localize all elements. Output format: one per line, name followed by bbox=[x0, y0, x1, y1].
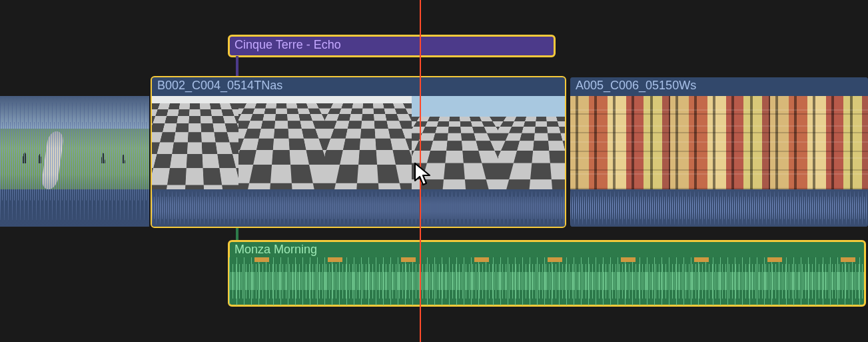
clip-connection-stem bbox=[236, 56, 238, 79]
video-clip-label: A005_C006_05150Ws bbox=[576, 79, 696, 93]
audio-waveform bbox=[229, 257, 865, 305]
video-clip-a005[interactable]: A005_C006_05150Ws bbox=[570, 77, 868, 227]
title-clip-cinque-terre-echo[interactable]: Cinque Terre - Echo bbox=[229, 36, 554, 56]
thumbnail bbox=[570, 96, 670, 189]
video-clip-leading[interactable] bbox=[0, 96, 149, 227]
video-clip-label: B002_C004_0514TNas bbox=[157, 79, 282, 93]
audio-waveform bbox=[570, 189, 868, 227]
audio-clip-label: Monza Morning bbox=[234, 243, 317, 257]
thumbnail bbox=[238, 96, 325, 189]
thumbnail bbox=[770, 96, 868, 189]
thumbnail bbox=[670, 96, 770, 189]
audio-waveform bbox=[0, 189, 149, 227]
thumbnail bbox=[152, 96, 238, 189]
clip-connection-stem bbox=[236, 225, 238, 243]
thumbnail bbox=[412, 96, 498, 189]
video-clip-b002[interactable]: B002_C004_0514TNas bbox=[152, 77, 565, 227]
thumbnail bbox=[325, 96, 412, 189]
audio-waveform bbox=[152, 189, 565, 227]
thumbnail bbox=[498, 96, 565, 189]
clip-title-bar: A005_C006_05150Ws bbox=[570, 77, 868, 96]
thumbnail-strip bbox=[570, 96, 868, 189]
clip-title-bar: B002_C004_0514TNas bbox=[152, 77, 565, 96]
audio-clip-monza-morning[interactable]: Monza Morning bbox=[229, 241, 865, 305]
timeline[interactable]: Cinque Terre - Echo B002_C004_0514TNas bbox=[0, 0, 868, 342]
thumbnail-strip bbox=[152, 96, 565, 189]
title-clip-label: Cinque Terre - Echo bbox=[234, 38, 341, 52]
